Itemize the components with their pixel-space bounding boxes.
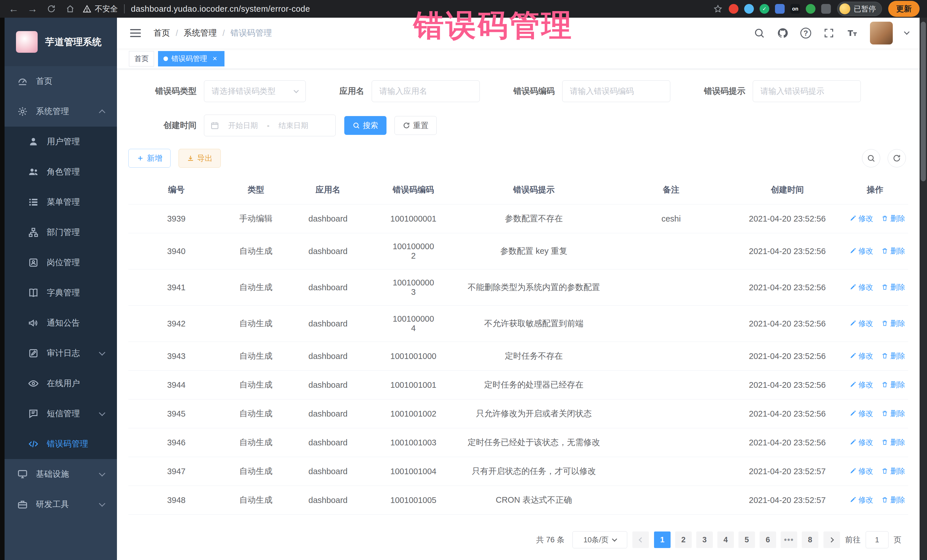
avatar[interactable]: [870, 22, 893, 44]
browser-update-button[interactable]: 更新: [888, 1, 919, 17]
on-badge-icon[interactable]: on: [790, 4, 800, 14]
sidebar-item-字典管理[interactable]: 字典管理: [5, 278, 117, 308]
edit-button[interactable]: 修改: [849, 351, 873, 361]
pin-icon[interactable]: [744, 4, 754, 14]
page-button[interactable]: 8: [802, 531, 818, 548]
browser-scrollbar[interactable]: [919, 18, 927, 560]
breadcrumb-item[interactable]: 错误码管理: [231, 27, 272, 39]
page-button[interactable]: 1: [654, 531, 670, 548]
pencil-icon: [849, 320, 856, 327]
end-date-input[interactable]: [274, 121, 313, 130]
font-size-icon[interactable]: [846, 27, 858, 39]
home-button[interactable]: [64, 3, 76, 15]
refresh-table-button[interactable]: [887, 149, 906, 167]
tag[interactable]: 首页 ×: [129, 51, 154, 67]
sidebar-item-在线用户[interactable]: 在线用户: [5, 369, 117, 399]
error-type-select[interactable]: 请选择错误码类型: [204, 80, 306, 102]
prev-page-button[interactable]: [632, 531, 649, 548]
cell-remark: [609, 233, 733, 269]
page-button[interactable]: 6: [760, 531, 776, 548]
check-icon[interactable]: ✓: [760, 4, 769, 14]
edit-button[interactable]: 修改: [849, 495, 873, 505]
add-button[interactable]: 新增: [128, 149, 170, 168]
search-button[interactable]: 搜索: [344, 116, 386, 135]
search-icon[interactable]: [754, 27, 765, 39]
page-size-select[interactable]: 10条/页: [573, 531, 627, 548]
back-button[interactable]: ←: [8, 3, 20, 15]
export-button[interactable]: 导出: [179, 149, 221, 168]
delete-button[interactable]: 删除: [881, 214, 905, 223]
fullscreen-icon[interactable]: [823, 27, 834, 39]
sidebar-item-首页[interactable]: 首页: [5, 66, 117, 96]
puzzle-icon[interactable]: [821, 4, 831, 14]
page-button[interactable]: •••: [781, 531, 797, 548]
sidebar-item-研发工具[interactable]: 研发工具: [5, 489, 117, 519]
sidebar-item-通知公告[interactable]: 通知公告: [5, 308, 117, 338]
github-icon[interactable]: [777, 27, 789, 39]
delete-button[interactable]: 删除: [881, 351, 905, 361]
scrollbar-thumb[interactable]: [921, 22, 926, 181]
close-icon[interactable]: ×: [211, 55, 219, 63]
date-range-picker[interactable]: -: [204, 115, 336, 136]
delete-button[interactable]: 删除: [881, 437, 905, 448]
error-hint-input[interactable]: [753, 80, 861, 102]
delete-button[interactable]: 删除: [881, 408, 905, 419]
page-button[interactable]: 4: [717, 531, 734, 548]
sidebar-item-岗位管理[interactable]: 岗位管理: [5, 247, 117, 278]
next-page-button[interactable]: [824, 531, 840, 548]
delete-button[interactable]: 删除: [881, 246, 905, 256]
sidebar-item-系统管理[interactable]: 系统管理: [5, 96, 117, 127]
app-name-input[interactable]: [372, 80, 480, 102]
delete-button[interactable]: 删除: [881, 282, 905, 292]
bookmark-star-icon[interactable]: [713, 4, 722, 14]
toggle-search-button[interactable]: [862, 149, 880, 167]
profile-paused-chip[interactable]: 已暂停: [837, 2, 882, 16]
sidebar-item-菜单管理[interactable]: 菜单管理: [5, 187, 117, 217]
sidebar-item-基础设施[interactable]: 基础设施: [5, 459, 117, 489]
delete-button[interactable]: 删除: [881, 495, 905, 505]
breadcrumb-item[interactable]: 系统管理: [184, 27, 217, 39]
delete-button[interactable]: 删除: [881, 466, 905, 476]
delete-button[interactable]: 删除: [881, 319, 905, 328]
edit-button[interactable]: 修改: [849, 408, 873, 419]
breadcrumb-item[interactable]: 首页: [153, 27, 170, 39]
edit-button[interactable]: 修改: [849, 319, 873, 328]
edit-button[interactable]: 修改: [849, 246, 873, 256]
error-code-input[interactable]: [562, 80, 670, 102]
sidebar-item-角色管理[interactable]: 角色管理: [5, 157, 117, 187]
plus-icon: [137, 155, 144, 162]
sidebar: 芋道管理系统 首页 系统管理 用户管理 角色管理: [5, 18, 117, 560]
page-button[interactable]: 3: [696, 531, 713, 548]
chevron-down-icon: [612, 536, 617, 542]
hamburger-icon[interactable]: [128, 27, 143, 39]
chevron-down-icon[interactable]: [904, 29, 910, 35]
sidebar-item-用户管理[interactable]: 用户管理: [5, 127, 117, 157]
record-icon[interactable]: [729, 4, 739, 14]
sidebar-item-短信管理[interactable]: 短信管理: [5, 399, 117, 429]
security-indicator[interactable]: 不安全: [83, 4, 118, 14]
search-icon: [353, 122, 360, 129]
sidebar-item-错误码管理[interactable]: 错误码管理: [5, 429, 117, 459]
sidebar-item-审计日志[interactable]: 审计日志: [5, 338, 117, 369]
address-bar[interactable]: dashboard.yudao.iocoder.cn/system/error-…: [131, 4, 310, 14]
edit-button[interactable]: 修改: [849, 437, 873, 448]
sidebar-logo[interactable]: 芋道管理系统: [5, 18, 117, 66]
reload-button[interactable]: [45, 3, 58, 15]
edit-button[interactable]: 修改: [849, 380, 873, 390]
help-icon[interactable]: ?: [800, 28, 811, 38]
grid-icon[interactable]: [775, 4, 785, 14]
edit-button[interactable]: 修改: [849, 214, 873, 223]
edit-button[interactable]: 修改: [849, 282, 873, 292]
forward-button[interactable]: →: [26, 3, 39, 15]
page-button[interactable]: 5: [739, 531, 755, 548]
sidebar-item-部门管理[interactable]: 部门管理: [5, 217, 117, 247]
page-button[interactable]: 2: [675, 531, 692, 548]
reset-button[interactable]: 重置: [395, 116, 437, 135]
start-date-input[interactable]: [223, 121, 263, 130]
goto-page-input[interactable]: [866, 531, 889, 548]
edit-button[interactable]: 修改: [849, 466, 873, 476]
cell-remark: [609, 399, 733, 428]
leaf-icon[interactable]: [806, 4, 816, 14]
delete-button[interactable]: 删除: [881, 380, 905, 390]
tag[interactable]: 错误码管理 ×: [158, 51, 225, 67]
